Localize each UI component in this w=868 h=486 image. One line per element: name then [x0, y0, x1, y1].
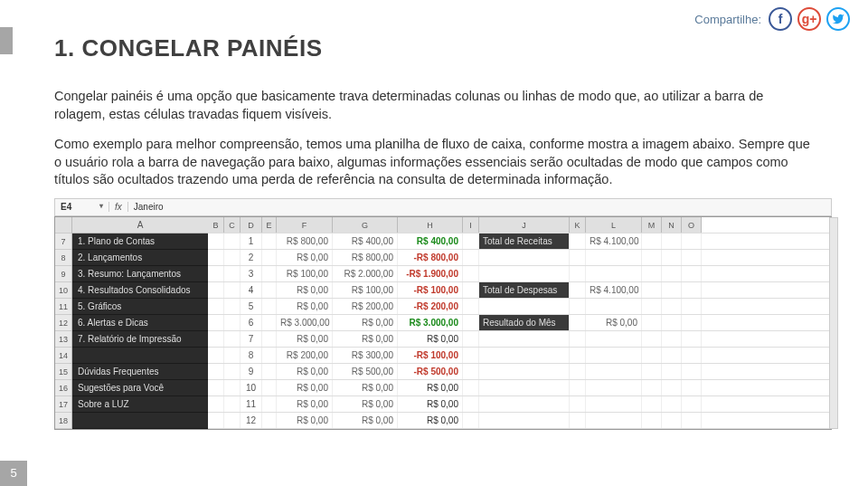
summary-value[interactable]: R$ 4.100,00	[586, 233, 642, 249]
cell[interactable]: 5	[241, 299, 262, 314]
cell[interactable]	[662, 233, 682, 249]
googleplus-icon[interactable]: g+	[797, 7, 821, 31]
col-header-a[interactable]: A	[72, 217, 208, 233]
cell[interactable]	[570, 299, 586, 314]
cell[interactable]	[262, 315, 277, 330]
fx-icon[interactable]: fx	[109, 202, 128, 212]
formula-value[interactable]: Janeiro	[128, 202, 169, 212]
cell[interactable]	[662, 299, 682, 314]
cell[interactable]: R$ 800,00	[277, 233, 333, 249]
col-header[interactable]: E	[262, 217, 277, 233]
cell[interactable]	[208, 380, 224, 395]
cell[interactable]	[642, 364, 662, 379]
cell[interactable]: R$ 0,00	[277, 331, 333, 347]
cell[interactable]: R$ 800,00	[333, 250, 398, 265]
cell[interactable]	[682, 380, 702, 395]
cell[interactable]	[682, 233, 702, 249]
summary-label[interactable]	[479, 331, 570, 347]
cell-balance[interactable]: R$ 0,00	[398, 396, 463, 412]
cell[interactable]	[682, 396, 702, 412]
summary-value[interactable]: R$ 4.100,00	[586, 282, 642, 298]
cell[interactable]	[642, 266, 662, 281]
cell[interactable]	[642, 282, 662, 298]
summary-label[interactable]	[479, 266, 570, 281]
summary-value[interactable]	[586, 348, 642, 363]
cell-balance[interactable]: -R$ 100,00	[398, 348, 463, 363]
cell[interactable]	[224, 233, 241, 249]
col-header[interactable]: D	[241, 217, 262, 233]
cell[interactable]	[570, 250, 586, 265]
cell[interactable]: R$ 0,00	[277, 380, 333, 395]
cell[interactable]	[224, 282, 241, 298]
cell-balance[interactable]: R$ 0,00	[398, 413, 463, 428]
menu-item[interactable]: 4. Resultados Consolidados	[72, 282, 208, 299]
col-header[interactable]: H	[398, 217, 463, 233]
summary-label[interactable]	[479, 299, 570, 314]
cell[interactable]	[463, 380, 479, 395]
summary-label[interactable]	[479, 413, 570, 428]
cell[interactable]	[208, 348, 224, 363]
row-header[interactable]: 18	[55, 413, 71, 429]
cell[interactable]	[224, 250, 241, 265]
cell[interactable]	[570, 364, 586, 379]
cell[interactable]	[682, 364, 702, 379]
cell[interactable]	[224, 315, 241, 330]
cell[interactable]	[224, 331, 241, 347]
cell[interactable]	[463, 233, 479, 249]
cell[interactable]	[224, 364, 241, 379]
cell[interactable]	[224, 396, 241, 412]
cell[interactable]	[208, 331, 224, 347]
cell[interactable]	[208, 396, 224, 412]
menu-item[interactable]: Sobre a LUZ	[72, 396, 208, 413]
cell[interactable]	[682, 331, 702, 347]
cell[interactable]	[463, 266, 479, 281]
cell[interactable]: R$ 0,00	[277, 282, 333, 298]
summary-label[interactable]	[479, 364, 570, 379]
cell[interactable]: R$ 500,00	[333, 364, 398, 379]
cell-balance[interactable]: R$ 3.000,00	[398, 315, 463, 330]
cell[interactable]: 9	[241, 364, 262, 379]
row-header[interactable]: 17	[55, 396, 71, 413]
cell[interactable]: R$ 300,00	[333, 348, 398, 363]
summary-value[interactable]	[586, 364, 642, 379]
cell[interactable]	[570, 282, 586, 298]
cell-balance[interactable]: R$ 0,00	[398, 380, 463, 395]
cell[interactable]	[208, 413, 224, 428]
summary-value[interactable]	[586, 250, 642, 265]
cell[interactable]: R$ 0,00	[277, 250, 333, 265]
cell[interactable]	[662, 413, 682, 428]
summary-label[interactable]: Total de Despesas	[479, 282, 570, 298]
cell[interactable]	[662, 315, 682, 330]
cell[interactable]	[642, 413, 662, 428]
cell[interactable]	[262, 266, 277, 281]
summary-label[interactable]	[479, 396, 570, 412]
summary-label[interactable]: Total de Receitas	[479, 233, 570, 249]
col-header[interactable]: F	[277, 217, 333, 233]
cell[interactable]: 2	[241, 250, 262, 265]
cell[interactable]	[463, 331, 479, 347]
summary-label[interactable]	[479, 380, 570, 395]
summary-label[interactable]	[479, 250, 570, 265]
cell[interactable]	[642, 348, 662, 363]
cell[interactable]	[208, 250, 224, 265]
row-header[interactable]: 14	[55, 348, 71, 364]
cell[interactable]: 8	[241, 348, 262, 363]
cell[interactable]	[570, 413, 586, 428]
cell[interactable]	[642, 299, 662, 314]
cell[interactable]	[662, 282, 682, 298]
cell[interactable]	[642, 250, 662, 265]
menu-item[interactable]: 3. Resumo: Lançamentos	[72, 266, 208, 282]
cell[interactable]: R$ 0,00	[333, 331, 398, 347]
cell[interactable]	[570, 380, 586, 395]
cell[interactable]	[208, 233, 224, 249]
cell[interactable]	[682, 413, 702, 428]
cell[interactable]	[642, 233, 662, 249]
cell[interactable]	[463, 315, 479, 330]
summary-value[interactable]	[586, 331, 642, 347]
row-header[interactable]: 12	[55, 315, 71, 331]
summary-value[interactable]: R$ 0,00	[586, 315, 642, 330]
cell[interactable]: R$ 0,00	[333, 315, 398, 330]
row-header[interactable]: 13	[55, 331, 71, 348]
cell[interactable]	[662, 396, 682, 412]
cell[interactable]	[570, 331, 586, 347]
